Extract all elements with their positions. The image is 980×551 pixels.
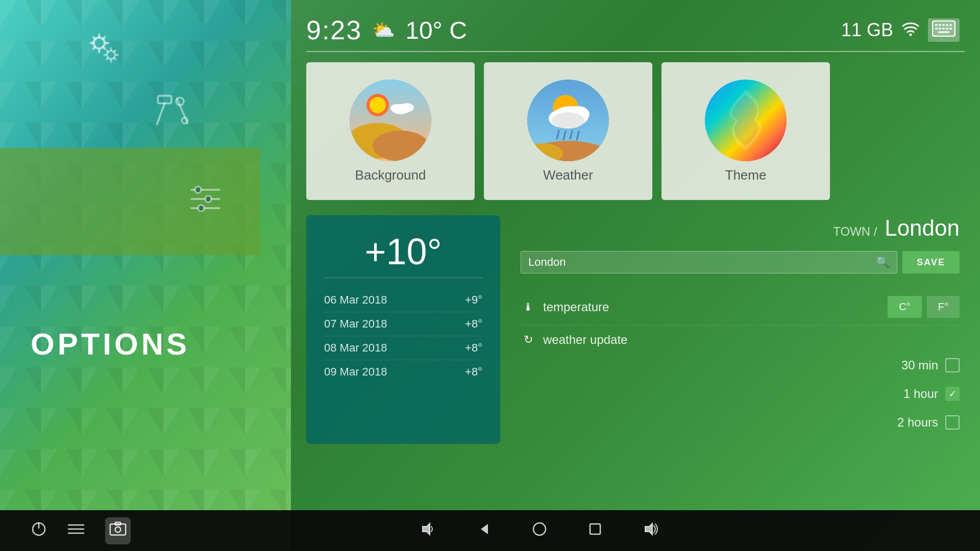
settings-panel: TOWN / London 🔍 SAVE 🌡 temperature C° F°: [516, 215, 965, 444]
options-band: OPTIONS: [0, 148, 260, 255]
svg-marker-55: [423, 523, 430, 535]
svg-point-39: [552, 112, 584, 129]
forecast-row-0: 06 Mar 2018 +9°: [324, 288, 482, 312]
update-options-list: 30 min 1 hour 2 hours: [521, 351, 960, 437]
weather-card-label: Weather: [543, 167, 593, 183]
home-button[interactable]: [532, 521, 547, 540]
svg-rect-18: [946, 24, 948, 26]
celsius-button[interactable]: C°: [888, 296, 921, 318]
theme-card-image: [705, 80, 787, 161]
clock-display: 9:23: [306, 15, 362, 45]
options-label: OPTIONS: [31, 327, 190, 362]
current-temp: +10°: [324, 231, 482, 272]
weather-card-image: [527, 80, 609, 161]
svg-point-54: [115, 527, 121, 532]
forecast-temp-1: +8°: [465, 317, 482, 331]
refresh-icon: ↻: [521, 333, 536, 346]
header: 9:23 ⛅ 10° C 11 GB: [291, 0, 980, 51]
svg-rect-22: [942, 28, 945, 30]
screenshot-button[interactable]: [105, 517, 131, 544]
taskbar: [0, 510, 980, 551]
svg-rect-16: [939, 24, 941, 26]
search-icon[interactable]: 🔍: [876, 256, 890, 269]
svg-point-33: [390, 104, 403, 112]
search-row: 🔍 SAVE: [521, 251, 960, 273]
header-left: 9:23 ⛅ 10° C: [306, 15, 467, 45]
storage-display: 11 GB: [841, 19, 893, 41]
forecast-temp-2: +8°: [465, 341, 482, 355]
search-input-wrap[interactable]: 🔍: [521, 251, 897, 273]
svg-rect-25: [938, 31, 949, 33]
update-label-30min: 30 min: [901, 358, 938, 372]
svg-point-13: [910, 33, 912, 36]
layers-button[interactable]: [67, 521, 85, 540]
header-right: 11 GB: [841, 18, 960, 42]
theme-card[interactable]: Theme: [662, 62, 830, 200]
background-card-label: Background: [355, 167, 426, 183]
recents-button[interactable]: [588, 522, 602, 540]
svg-rect-15: [935, 24, 938, 26]
wifi-icon: [901, 21, 920, 40]
taskbar-center: [420, 521, 660, 540]
cards-row: Background: [291, 52, 980, 210]
forecast-temp-3: +8°: [465, 365, 482, 379]
forecast-row-3: 09 Mar 2018 +8°: [324, 360, 482, 384]
forecast-row-1: 07 Mar 2018 +8°: [324, 312, 482, 336]
back-button[interactable]: [477, 522, 491, 540]
search-input[interactable]: [528, 256, 876, 269]
checkbox-2hours[interactable]: [945, 415, 960, 430]
background-card-image: [350, 80, 431, 161]
temperature-label: temperature: [543, 300, 888, 314]
forecast-date-2: 08 Mar 2018: [324, 341, 387, 355]
update-option-2hours: 2 hours: [521, 408, 960, 437]
temperature-toggle: C° F°: [888, 296, 960, 318]
bottom-area: +10° 06 Mar 2018 +9° 07 Mar 2018 +8° 08 …: [291, 215, 980, 444]
save-button[interactable]: SAVE: [902, 251, 960, 273]
weather-update-setting-row: ↻ weather update 30 min 1 hour: [521, 325, 960, 444]
svg-rect-58: [590, 524, 600, 534]
temperature-setting-row: 🌡 temperature C° F°: [521, 289, 960, 325]
town-label: TOWN /: [833, 224, 877, 238]
svg-point-30: [373, 131, 429, 161]
keyboard-icon: [928, 18, 960, 42]
thermometer-icon: 🌡: [521, 300, 536, 314]
power-button[interactable]: [31, 521, 47, 541]
weather-card[interactable]: Weather: [484, 62, 652, 200]
update-label-1hour: 1 hour: [903, 387, 938, 401]
volume-button[interactable]: [643, 521, 660, 540]
weather-forecast-panel: +10° 06 Mar 2018 +9° 07 Mar 2018 +8° 08 …: [306, 215, 500, 444]
background-card[interactable]: Background: [306, 62, 475, 200]
svg-rect-23: [946, 28, 948, 30]
svg-rect-19: [949, 24, 952, 26]
town-name: London: [885, 215, 960, 240]
svg-marker-59: [645, 523, 652, 535]
svg-marker-56: [481, 524, 488, 534]
weather-icon-header: ⛅: [372, 19, 395, 41]
forecast-date-3: 09 Mar 2018: [324, 365, 387, 379]
background-left: [0, 0, 291, 551]
svg-rect-20: [935, 28, 938, 30]
forecast-row-2: 08 Mar 2018 +8°: [324, 336, 482, 360]
checkbox-1hour[interactable]: [945, 387, 960, 401]
svg-point-28: [370, 97, 386, 113]
volume-soft-button[interactable]: [420, 521, 436, 540]
theme-card-label: Theme: [725, 167, 767, 183]
svg-rect-24: [949, 28, 952, 30]
forecast-date-1: 07 Mar 2018: [324, 317, 387, 331]
checkbox-30min[interactable]: [945, 358, 960, 372]
town-header: TOWN / London: [521, 215, 960, 241]
weather-update-label: weather update: [543, 333, 960, 347]
temp-divider: [324, 278, 482, 278]
main-content: 9:23 ⛅ 10° C 11 GB: [291, 0, 980, 551]
forecast-temp-0: +9°: [465, 293, 482, 307]
fahrenheit-button[interactable]: F°: [927, 296, 960, 318]
svg-rect-21: [939, 28, 941, 30]
update-option-1hour: 1 hour: [521, 380, 960, 408]
svg-rect-17: [942, 24, 945, 26]
svg-rect-52: [110, 524, 126, 535]
svg-point-57: [533, 523, 546, 535]
update-option-30min: 30 min: [521, 351, 960, 380]
taskbar-left: [31, 517, 131, 544]
temp-header: 10° C: [405, 16, 467, 44]
forecast-date-0: 06 Mar 2018: [324, 293, 387, 307]
